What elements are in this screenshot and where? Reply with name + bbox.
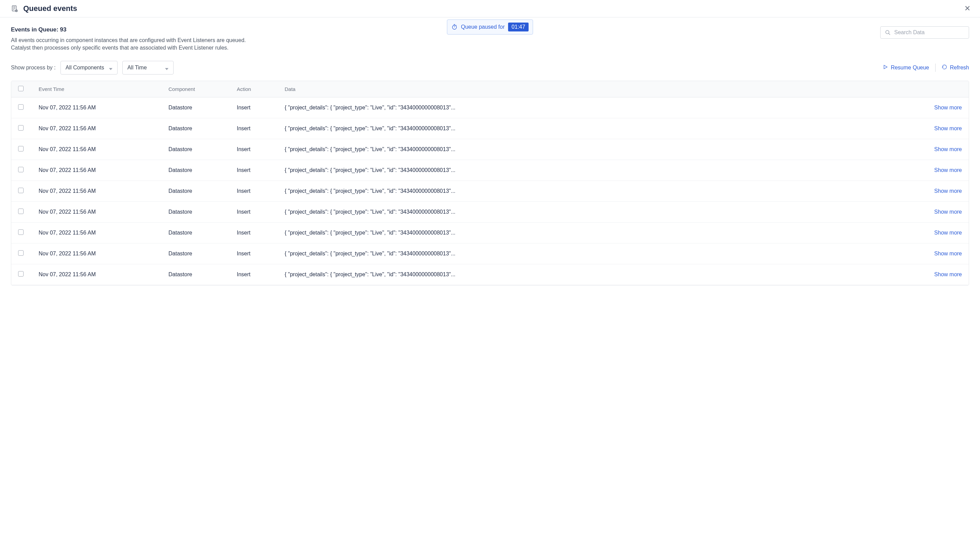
- row-checkbox[interactable]: [18, 146, 23, 152]
- refresh-icon: [942, 64, 947, 71]
- cell-component: Datastore: [168, 251, 237, 257]
- component-filter-dropdown[interactable]: All Components: [60, 61, 118, 75]
- search-icon: [885, 29, 891, 35]
- table-row: Nov 07, 2022 11:56 AMDatastoreInsert{ "p…: [11, 139, 969, 160]
- table-row: Nov 07, 2022 11:56 AMDatastoreInsert{ "p…: [11, 202, 969, 223]
- show-more-link[interactable]: Show more: [934, 125, 962, 132]
- show-more-link[interactable]: Show more: [934, 146, 962, 152]
- cell-data: { "project_details": { "project_type": "…: [285, 209, 931, 215]
- cell-action: Insert: [237, 272, 285, 278]
- cell-data: { "project_details": { "project_type": "…: [285, 230, 931, 236]
- cell-component: Datastore: [168, 167, 237, 173]
- time-filter-dropdown[interactable]: All Time: [122, 61, 174, 75]
- svg-marker-14: [165, 68, 168, 70]
- table-row: Nov 07, 2022 11:56 AMDatastoreInsert{ "p…: [11, 160, 969, 181]
- cell-action: Insert: [237, 230, 285, 236]
- table-body: Nov 07, 2022 11:56 AMDatastoreInsert{ "p…: [11, 97, 969, 285]
- banner-timer: 01:47: [508, 23, 528, 32]
- svg-marker-15: [884, 65, 887, 69]
- svg-marker-13: [109, 68, 113, 70]
- table-row: Nov 07, 2022 11:56 AMDatastoreInsert{ "p…: [11, 118, 969, 139]
- show-more-link[interactable]: Show more: [934, 188, 962, 194]
- row-checkbox[interactable]: [18, 104, 23, 110]
- queued-events-icon: [11, 5, 18, 12]
- table-row: Nov 07, 2022 11:56 AMDatastoreInsert{ "p…: [11, 223, 969, 243]
- show-more-link[interactable]: Show more: [934, 251, 962, 257]
- row-checkbox[interactable]: [18, 250, 23, 256]
- show-more-link[interactable]: Show more: [934, 167, 962, 173]
- cell-event-time: Nov 07, 2022 11:56 AM: [38, 146, 168, 152]
- chevron-down-icon: [165, 66, 168, 69]
- cell-action: Insert: [237, 167, 285, 173]
- table-row: Nov 07, 2022 11:56 AMDatastoreInsert{ "p…: [11, 97, 969, 118]
- cell-event-time: Nov 07, 2022 11:56 AM: [38, 125, 168, 132]
- row-checkbox[interactable]: [18, 208, 23, 214]
- table-row: Nov 07, 2022 11:56 AMDatastoreInsert{ "p…: [11, 181, 969, 202]
- col-header-data: Data: [285, 86, 962, 92]
- row-checkbox[interactable]: [18, 188, 23, 193]
- cell-action: Insert: [237, 209, 285, 215]
- cell-data: { "project_details": { "project_type": "…: [285, 125, 931, 132]
- stopwatch-icon: [452, 24, 458, 30]
- resume-queue-button[interactable]: Resume Queue: [883, 64, 929, 71]
- row-checkbox[interactable]: [18, 167, 23, 172]
- show-more-link[interactable]: Show more: [934, 272, 962, 278]
- refresh-button[interactable]: Refresh: [942, 64, 969, 71]
- row-checkbox[interactable]: [18, 229, 23, 235]
- chevron-down-icon: [109, 66, 113, 69]
- cell-data: { "project_details": { "project_type": "…: [285, 251, 931, 257]
- show-more-link[interactable]: Show more: [934, 230, 962, 236]
- cell-event-time: Nov 07, 2022 11:56 AM: [38, 209, 168, 215]
- cell-component: Datastore: [168, 209, 237, 215]
- svg-line-10: [456, 25, 457, 25]
- close-button[interactable]: ✕: [964, 5, 970, 12]
- cell-component: Datastore: [168, 188, 237, 194]
- events-table: Event Time Component Action Data Nov 07,…: [11, 81, 969, 285]
- cell-data: { "project_details": { "project_type": "…: [285, 188, 931, 194]
- cell-component: Datastore: [168, 105, 237, 111]
- search-box[interactable]: [880, 26, 969, 38]
- cell-event-time: Nov 07, 2022 11:56 AM: [38, 188, 168, 194]
- cell-event-time: Nov 07, 2022 11:56 AM: [38, 230, 168, 236]
- cell-action: Insert: [237, 251, 285, 257]
- cell-event-time: Nov 07, 2022 11:56 AM: [38, 167, 168, 173]
- cell-component: Datastore: [168, 125, 237, 132]
- banner-text: Queue paused for: [461, 24, 505, 30]
- play-icon: [883, 64, 888, 71]
- select-all-checkbox[interactable]: [18, 86, 23, 91]
- filter-label: Show process by :: [11, 65, 56, 71]
- show-more-link[interactable]: Show more: [934, 209, 962, 215]
- cell-component: Datastore: [168, 272, 237, 278]
- component-filter-value: All Components: [66, 65, 104, 71]
- cell-component: Datastore: [168, 230, 237, 236]
- cell-data: { "project_details": { "project_type": "…: [285, 105, 931, 111]
- queue-paused-banner: Queue paused for 01:47: [447, 20, 533, 35]
- resume-queue-label: Resume Queue: [891, 65, 929, 71]
- col-header-component: Component: [168, 86, 237, 92]
- table-row: Nov 07, 2022 11:56 AMDatastoreInsert{ "p…: [11, 243, 969, 264]
- cell-event-time: Nov 07, 2022 11:56 AM: [38, 105, 168, 111]
- svg-line-12: [889, 33, 890, 35]
- cell-action: Insert: [237, 105, 285, 111]
- search-input[interactable]: [894, 29, 965, 35]
- cell-data: { "project_details": { "project_type": "…: [285, 167, 931, 173]
- refresh-label: Refresh: [950, 65, 969, 71]
- cell-event-time: Nov 07, 2022 11:56 AM: [38, 272, 168, 278]
- events-description: All events occurring in component instan…: [11, 37, 264, 52]
- cell-action: Insert: [237, 146, 285, 152]
- cell-action: Insert: [237, 188, 285, 194]
- row-checkbox[interactable]: [18, 271, 23, 277]
- cell-component: Datastore: [168, 146, 237, 152]
- header-bar: Queued events ✕: [0, 0, 980, 17]
- col-header-event-time: Event Time: [38, 86, 168, 92]
- col-header-action: Action: [237, 86, 285, 92]
- time-filter-value: All Time: [128, 65, 147, 71]
- cell-event-time: Nov 07, 2022 11:56 AM: [38, 251, 168, 257]
- show-more-link[interactable]: Show more: [934, 105, 962, 111]
- cell-data: { "project_details": { "project_type": "…: [285, 272, 931, 278]
- cell-action: Insert: [237, 125, 285, 132]
- events-count-label: Events in Queue: 93: [11, 26, 264, 33]
- cell-data: { "project_details": { "project_type": "…: [285, 146, 931, 152]
- row-checkbox[interactable]: [18, 125, 23, 131]
- table-row: Nov 07, 2022 11:56 AMDatastoreInsert{ "p…: [11, 264, 969, 285]
